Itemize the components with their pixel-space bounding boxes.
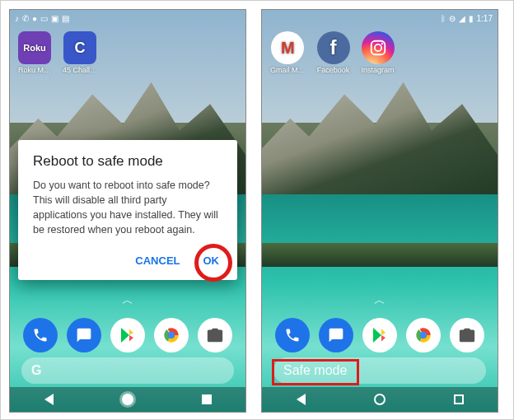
home-app-row: Roku Roku M… C 45 Chall…	[18, 31, 97, 74]
dock-chrome[interactable]	[154, 318, 189, 352]
dock-play[interactable]	[362, 318, 397, 352]
nav-home[interactable]	[122, 394, 133, 405]
app-gmail[interactable]: M Gmail M…	[270, 31, 306, 74]
instagram-glyph-icon	[369, 39, 387, 57]
phone-icon	[32, 327, 49, 343]
chrome-icon	[161, 324, 182, 346]
ok-button[interactable]: OK	[200, 250, 223, 272]
roku-icon: Roku	[18, 31, 51, 64]
app-label: Roku M…	[18, 66, 51, 74]
battery-icon: ▮	[469, 14, 474, 23]
dialog-title: Reboot to safe mode	[33, 153, 222, 170]
nav-home[interactable]	[374, 394, 386, 405]
dnd-icon: ⊖	[449, 14, 456, 23]
safe-mode-text: Safe mode	[283, 363, 347, 378]
instagram-icon	[362, 31, 395, 64]
app-facebook[interactable]: f Facebook	[317, 31, 350, 74]
navigation-bar	[262, 387, 498, 412]
app-label: 45 Chall…	[63, 66, 97, 74]
dialog-actions: CANCEL OK	[33, 250, 222, 272]
nav-recent[interactable]	[202, 394, 212, 404]
cancel-button[interactable]: CANCEL	[132, 250, 183, 272]
music-icon: ♪	[15, 14, 19, 23]
messages-icon	[328, 327, 344, 343]
app-drawer-handle[interactable]: ︿	[122, 293, 133, 308]
nav-back[interactable]	[44, 394, 54, 405]
call-icon: ✆	[22, 14, 29, 23]
app-roku[interactable]: Roku Roku M…	[18, 31, 51, 74]
google-g-icon: G	[31, 363, 41, 378]
phone-left: ♪ ✆ ● ▭ ▣ ▤ Roku Roku M… C 45 Chall… ︿	[9, 9, 246, 413]
svg-point-5	[381, 43, 382, 44]
facebook-icon: f	[317, 31, 350, 64]
dock	[10, 318, 245, 352]
app-label: Gmail M…	[270, 66, 306, 74]
dock-phone[interactable]	[23, 318, 58, 352]
messages-icon	[76, 327, 92, 343]
nav-back[interactable]	[297, 394, 306, 405]
status-bar: ♪ ✆ ● ▭ ▣ ▤	[10, 10, 245, 26]
dock-camera[interactable]	[450, 318, 484, 352]
dock-messages[interactable]	[67, 318, 101, 352]
app-instagram[interactable]: Instagram	[362, 31, 395, 74]
navigation-bar	[10, 387, 245, 412]
google-search-bar[interactable]: G	[21, 357, 234, 384]
sms-icon: ▤	[62, 14, 69, 23]
dialog-body: Do you want to reboot into safe mode? Th…	[33, 178, 222, 238]
clock: 1:17	[477, 14, 493, 23]
chall-icon: C	[63, 31, 96, 64]
app-label: Instagram	[362, 66, 395, 74]
signal-icon: ◢	[459, 14, 465, 23]
dock-chrome[interactable]	[406, 318, 441, 352]
safe-mode-dialog: Reboot to safe mode Do you want to reboo…	[18, 140, 237, 280]
dock-camera[interactable]	[198, 318, 232, 352]
status-bar: ᛒ ⊖ ◢ ▮ 1:17	[262, 10, 498, 26]
mic-icon: ●	[32, 14, 37, 23]
app-icon: ▣	[51, 14, 58, 23]
svg-point-7	[420, 332, 428, 339]
play-store-icon	[118, 325, 138, 345]
dock-messages[interactable]	[319, 318, 353, 352]
camera-icon	[458, 326, 476, 344]
play-store-icon	[370, 325, 390, 345]
camera-icon	[206, 326, 224, 344]
dock-play[interactable]	[110, 318, 145, 352]
nav-recent[interactable]	[454, 394, 464, 404]
app-45chall[interactable]: C 45 Chall…	[63, 31, 97, 74]
safe-mode-badge: Safe mode	[273, 357, 486, 384]
chrome-icon	[413, 324, 434, 346]
phone-icon	[284, 327, 301, 343]
app-drawer-handle[interactable]: ︿	[374, 293, 386, 308]
home-app-row: M Gmail M… f Facebook Instagram	[270, 31, 395, 74]
dock	[262, 318, 498, 352]
screenshot-icon: ▭	[40, 14, 48, 23]
wallpaper-shore	[262, 243, 498, 267]
dock-phone[interactable]	[275, 318, 310, 352]
bluetooth-icon: ᛒ	[441, 14, 446, 23]
gmail-icon: M	[271, 31, 304, 64]
app-label: Facebook	[317, 66, 350, 74]
svg-point-4	[374, 44, 381, 51]
phone-right: ᛒ ⊖ ◢ ▮ 1:17 M Gmail M… f Facebook Insta…	[261, 9, 498, 413]
